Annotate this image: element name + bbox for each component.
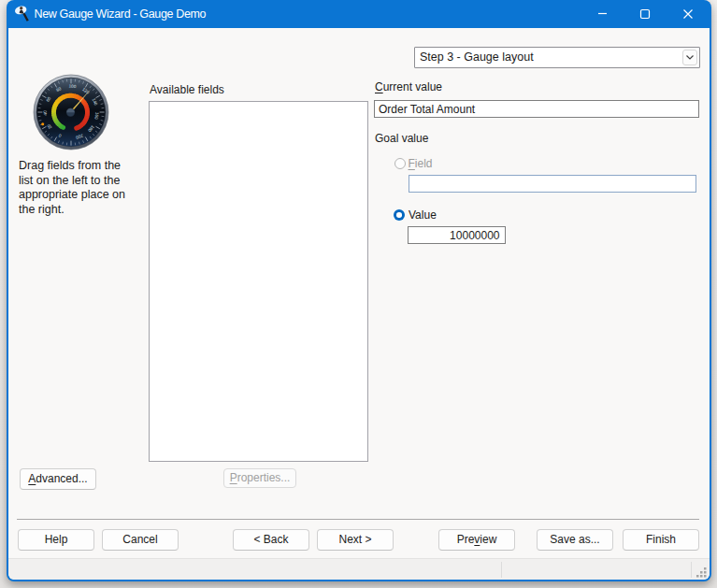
svg-text:100: 100 [68, 84, 76, 89]
svg-text:40: 40 [43, 110, 48, 116]
